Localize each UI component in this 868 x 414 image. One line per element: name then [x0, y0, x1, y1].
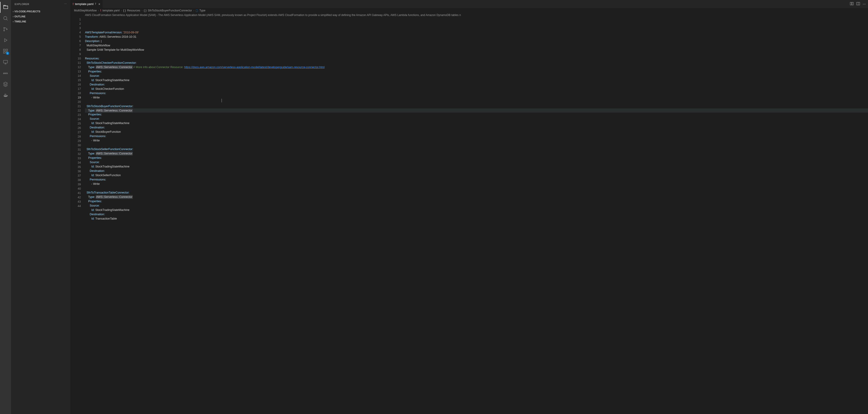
code-line[interactable]: Properties:	[85, 69, 868, 74]
editor-group: ! template.yaml 7 × ⋯ MultiStepWorkflow …	[70, 0, 868, 414]
code-line[interactable]: Type: AWS::Serverless::Connector # More …	[85, 65, 868, 69]
line-number: 31	[70, 148, 81, 152]
code-content[interactable]: AWSTemplateFormatVersion: '2010-09-09'Tr…	[85, 13, 868, 414]
yaml-file-icon: !	[100, 9, 101, 12]
sidebar-item-outline[interactable]: ›OUTLINE	[11, 14, 70, 19]
line-number: 4	[70, 30, 81, 35]
code-line[interactable]: - Write	[85, 182, 868, 186]
chevron-right-icon: ›	[13, 15, 13, 18]
code-line[interactable]: AWSTemplateFormatVersion: '2010-09-09'	[85, 30, 868, 35]
chevron-right-icon: ›	[121, 9, 122, 12]
search-icon[interactable]	[0, 13, 11, 24]
code-line[interactable]: Source:	[85, 74, 868, 78]
explorer-more-icon[interactable]: ⋯	[64, 2, 67, 5]
code-line[interactable]: Id: StockTradingStateMachine	[85, 165, 868, 169]
code-line[interactable]: SfnToTransactionTableConnector:	[85, 190, 868, 195]
code-line[interactable]: Destination:	[85, 169, 868, 173]
symbol-object-icon: { }	[144, 9, 147, 12]
line-number: 20	[70, 100, 81, 104]
code-line[interactable]: Type: AWS::Serverless::Connector	[85, 195, 868, 199]
database-icon[interactable]	[0, 79, 11, 90]
code-line[interactable]: SfnToStockSellerFunctionConnector:	[85, 147, 868, 151]
code-line[interactable]: Source:	[85, 204, 868, 208]
code-line[interactable]: Permissions:	[85, 91, 868, 95]
code-line[interactable]: Properties:	[85, 156, 868, 160]
explorer-icon[interactable]	[0, 2, 11, 13]
code-line[interactable]	[85, 52, 868, 56]
chevron-right-icon: ›	[98, 9, 99, 12]
code-line[interactable]: Type: AWS::Serverless::Connector	[85, 151, 868, 156]
run-debug-icon[interactable]	[0, 35, 11, 46]
code-editor[interactable]: AWS CloudFormation Serverless Applicatio…	[70, 13, 868, 414]
code-line[interactable]: Description: |	[85, 39, 868, 43]
code-line[interactable]: Source:	[85, 160, 868, 165]
svg-rect-9	[850, 2, 851, 5]
breadcrumb-item[interactable]: template.yaml	[102, 9, 120, 12]
line-number: 38	[70, 178, 81, 182]
code-line[interactable]: Resources:	[85, 56, 868, 61]
code-line[interactable]	[85, 186, 868, 190]
code-line[interactable]: Destination:	[85, 83, 868, 87]
code-line[interactable]: Id: StockBuyerFunction	[85, 130, 868, 134]
code-line[interactable]: Id: StockTradingStateMachine	[85, 208, 868, 212]
aws-icon[interactable]: aws	[0, 68, 11, 79]
split-editor-icon[interactable]	[856, 2, 860, 6]
line-number: 8	[70, 48, 81, 52]
svg-rect-6	[3, 52, 5, 53]
breadcrumb-item[interactable]: Resources	[127, 9, 140, 12]
remote-explorer-icon[interactable]	[0, 57, 11, 68]
code-line[interactable]: Destination:	[85, 212, 868, 216]
tab-filename: template.yaml	[75, 2, 93, 6]
line-number: 42	[70, 195, 81, 200]
code-line[interactable]: SfnToStockBuyerFunctionConnector:	[85, 104, 868, 109]
sidebar-item-projects[interactable]: ›VS-CODE-PROJECTS	[11, 9, 70, 14]
tab-dirty-count: 7	[95, 3, 96, 5]
code-line[interactable]: - Write	[85, 95, 868, 100]
line-number: 28	[70, 135, 81, 139]
breadcrumb-item[interactable]: SfnToStockBuyerFunctionConnector	[148, 9, 192, 12]
code-line[interactable]: Type: AWS::Serverless::Connector	[85, 108, 868, 113]
code-line[interactable]: SfnToStockCheckerFunctionConnector:	[85, 61, 868, 65]
code-line[interactable]: Permissions:	[85, 134, 868, 139]
breadcrumbs[interactable]: MultiStepWorkflow › ! template.yaml › { …	[70, 8, 868, 13]
breadcrumb-item[interactable]: Type	[199, 9, 205, 12]
explorer-sidebar: EXPLORER ⋯ ›VS-CODE-PROJECTS ›OUTLINE ›T…	[11, 0, 70, 414]
svg-point-3	[6, 29, 7, 30]
line-number: 16	[70, 83, 81, 87]
tab-template-yaml[interactable]: ! template.yaml 7 ×	[70, 0, 103, 8]
code-line[interactable]: Properties:	[85, 112, 868, 117]
source-control-icon[interactable]	[0, 24, 11, 35]
code-line[interactable]: MultiStepWorkflow	[85, 43, 868, 48]
svg-rect-8	[3, 60, 7, 63]
sidebar-item-timeline[interactable]: ›TIMELINE	[11, 19, 70, 24]
code-line[interactable]: Id: StockTradingStateMachine	[85, 121, 868, 125]
code-line[interactable]: - Write	[85, 139, 868, 143]
code-line[interactable]	[85, 100, 868, 104]
docker-icon[interactable]	[0, 90, 11, 100]
line-number: 11	[70, 61, 81, 65]
breadcrumb-item[interactable]: MultiStepWorkflow	[74, 9, 97, 12]
code-line[interactable]	[85, 143, 868, 147]
code-line[interactable]: Properties:	[85, 199, 868, 204]
line-number: 40	[70, 187, 81, 191]
close-icon[interactable]: ×	[98, 2, 100, 6]
code-line[interactable]: Transform: AWS::Serverless-2016-10-31	[85, 35, 868, 39]
extensions-icon[interactable]: 1	[0, 46, 11, 57]
code-line[interactable]: Permissions:	[85, 178, 868, 182]
line-number: 21	[70, 104, 81, 109]
code-line[interactable]: Id: StockSellerFunction	[85, 173, 868, 178]
svg-rect-4	[3, 49, 5, 51]
code-line[interactable]: Sample SAM Template for MultiStepWorkflo…	[85, 48, 868, 52]
line-number: 34	[70, 160, 81, 165]
explorer-title: EXPLORER	[14, 3, 29, 5]
code-line[interactable]: Id: TransactionTable	[85, 216, 868, 221]
code-line[interactable]: Id: StockTradingStateMachine	[85, 78, 868, 83]
line-number: 26	[70, 126, 81, 130]
open-changes-icon[interactable]	[850, 2, 854, 6]
more-actions-icon[interactable]: ⋯	[863, 2, 866, 6]
code-line[interactable]: Id: StockCheckerFunction	[85, 87, 868, 91]
code-line[interactable]: Destination:	[85, 125, 868, 130]
code-line[interactable]: Source:	[85, 117, 868, 121]
line-number: 27	[70, 130, 81, 135]
line-number: 6	[70, 39, 81, 43]
